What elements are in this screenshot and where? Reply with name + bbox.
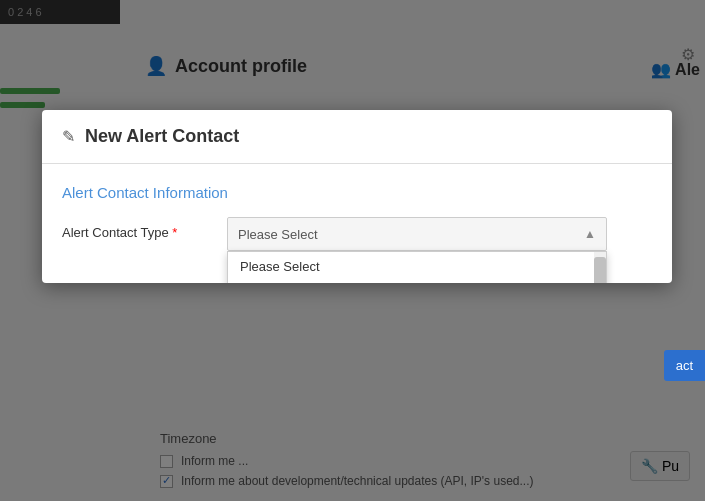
- modal-title: New Alert Contact: [85, 126, 239, 147]
- dropdown-list: Please Select Standard Methods E-mail: [227, 251, 607, 283]
- dropdown-group-standard: Standard Methods: [228, 281, 606, 283]
- select-wrapper: Please Select ▲ Please Select Standard M…: [227, 217, 607, 251]
- edit-icon: ✎: [62, 127, 75, 146]
- new-alert-contact-modal: ✎ New Alert Contact Alert Contact Inform…: [42, 110, 672, 283]
- required-indicator: *: [172, 225, 177, 240]
- alert-contact-type-label: Alert Contact Type *: [62, 217, 227, 240]
- section-title: Alert Contact Information: [62, 184, 652, 201]
- dropdown-scroll-area: Please Select Standard Methods E-mail: [228, 252, 606, 283]
- select-value: Please Select: [238, 227, 318, 242]
- modal-body: Alert Contact Information Alert Contact …: [42, 164, 672, 283]
- alert-contact-type-select[interactable]: Please Select ▲: [227, 217, 607, 251]
- dropdown-scrollbar[interactable]: [594, 252, 606, 283]
- chevron-up-icon: ▲: [584, 227, 596, 241]
- scrollbar-thumb: [594, 257, 606, 283]
- dropdown-option-please-select[interactable]: Please Select: [228, 252, 606, 281]
- alert-contact-type-row: Alert Contact Type * Please Select ▲ Ple…: [62, 217, 652, 251]
- action-button-partial[interactable]: act: [664, 350, 705, 381]
- modal-header: ✎ New Alert Contact: [42, 110, 672, 164]
